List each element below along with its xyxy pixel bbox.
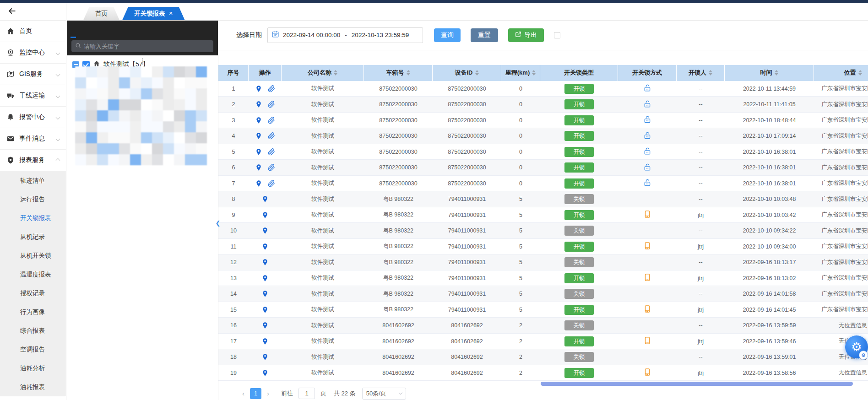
sort-icon[interactable] xyxy=(532,70,536,76)
locate-pin-icon[interactable] xyxy=(261,306,269,314)
attachment-icon[interactable] xyxy=(268,180,275,187)
locate-pin-icon[interactable] xyxy=(261,211,269,219)
sidebar-item[interactable]: 首页 xyxy=(0,21,66,42)
sort-icon[interactable] xyxy=(407,70,410,76)
date-range-input[interactable]: 2022-09-14 00:00:00 - 2022-10-13 23:59:5… xyxy=(267,27,423,43)
cell-unlock-person: -- xyxy=(677,223,725,238)
sort-icon[interactable] xyxy=(775,70,778,76)
sidebar-item[interactable]: 事件消息 xyxy=(0,128,66,150)
cell-company: 软件测试 xyxy=(282,349,364,365)
cell-operations xyxy=(249,160,282,175)
locate-pin-icon[interactable] xyxy=(261,243,269,250)
cell-seq: 1 xyxy=(218,81,249,97)
column-header[interactable]: 位置 xyxy=(814,65,868,81)
cell-device: 794011000931 xyxy=(433,207,501,223)
scrollbar-thumb[interactable] xyxy=(541,382,853,386)
locate-pin-icon[interactable] xyxy=(255,132,262,140)
submenu-item[interactable]: 油耗分析 xyxy=(0,359,66,378)
locate-pin-icon[interactable] xyxy=(255,101,262,108)
settings-mini-gear-button[interactable]: ⚙ xyxy=(859,351,868,360)
submenu-item[interactable]: 轨迹清单 xyxy=(0,171,66,190)
next-page-button[interactable]: › xyxy=(266,389,270,397)
sidebar-item[interactable]: 监控中心 xyxy=(0,42,66,64)
column-header[interactable]: 序号 xyxy=(218,65,249,81)
sort-icon[interactable] xyxy=(858,70,862,76)
chevron-icon xyxy=(56,136,60,141)
locate-pin-icon[interactable] xyxy=(261,353,269,361)
filter-checkbox[interactable] xyxy=(554,32,560,38)
sidebar-item[interactable]: 报警中心 xyxy=(0,107,66,128)
cell-company: 软件测试 xyxy=(282,81,364,97)
attachment-icon[interactable] xyxy=(268,101,275,108)
locate-pin-icon[interactable] xyxy=(261,369,269,377)
cell-vehicle: 粤B 980322 xyxy=(364,286,433,302)
locate-pin-icon[interactable] xyxy=(261,322,269,329)
tree-search-input[interactable] xyxy=(84,43,210,50)
cell-time: 2022-09-16 13:59:01 xyxy=(725,349,814,365)
locate-pin-icon[interactable] xyxy=(255,85,262,92)
column-header[interactable]: 操作 xyxy=(249,65,282,81)
locate-pin-icon[interactable] xyxy=(261,195,269,203)
attachment-icon[interactable] xyxy=(268,148,275,156)
cell-seq: 3 xyxy=(218,113,249,128)
column-header[interactable]: 时间 xyxy=(725,65,814,81)
sort-icon[interactable] xyxy=(475,70,479,76)
page-tab[interactable]: 开关锁报表 ✕ xyxy=(122,7,185,20)
column-header[interactable]: 车箱号 xyxy=(364,65,433,81)
query-button[interactable]: 查询 xyxy=(434,28,461,42)
submenu-item[interactable]: 油耗报表 xyxy=(0,378,66,396)
locate-pin-icon[interactable] xyxy=(261,275,269,282)
locate-pin-icon[interactable] xyxy=(261,227,269,234)
sidebar-item[interactable]: GIS服务 xyxy=(0,64,66,85)
column-header[interactable]: 开关锁类型 xyxy=(540,65,618,81)
prev-page-button[interactable]: ‹ xyxy=(241,389,245,397)
locate-pin-icon[interactable] xyxy=(255,117,262,124)
page-tabbar: 首页 开关锁报表 ✕ xyxy=(67,3,868,21)
submenu-item[interactable]: 运行报告 xyxy=(0,190,66,209)
truck-icon xyxy=(6,92,15,100)
sort-icon[interactable] xyxy=(334,70,337,76)
attachment-icon[interactable] xyxy=(268,85,275,92)
submenu-item[interactable]: 综合报表 xyxy=(0,321,66,340)
column-header[interactable]: 设备ID xyxy=(433,65,501,81)
sidebar-item[interactable]: 干线运输 xyxy=(0,85,66,107)
submenu-item[interactable]: 开关锁报表 xyxy=(0,209,66,227)
cell-time: 2022-10-10 18:48:44 xyxy=(725,113,814,128)
locate-pin-icon[interactable] xyxy=(261,259,269,266)
locate-pin-icon[interactable] xyxy=(255,164,262,171)
attachment-icon[interactable] xyxy=(268,132,275,140)
attachment-icon[interactable] xyxy=(268,164,275,171)
page-size-select[interactable]: 50条/页 xyxy=(362,388,406,400)
tab-close-icon[interactable]: ✕ xyxy=(169,7,173,20)
table-row: 3 软件测试 875022000030 875022000030 0 开锁 xyxy=(218,113,868,129)
cell-time: 2022-10-10 17:09:14 xyxy=(725,128,814,144)
submenu-item[interactable]: 行为画像 xyxy=(0,303,66,321)
attachment-icon[interactable] xyxy=(268,117,275,124)
cell-location: 广东省深圳市宝安区建兴 xyxy=(814,113,868,128)
export-button[interactable]: 导出 xyxy=(508,28,544,42)
table-header: 序号 操作 公司名称 车箱号 设备ID 里程(km) xyxy=(218,65,868,81)
back-button[interactable] xyxy=(0,3,66,21)
submenu-item[interactable]: 空调报告 xyxy=(0,340,66,359)
sort-icon[interactable] xyxy=(709,70,712,76)
submenu-item[interactable]: 温湿度报表 xyxy=(0,265,66,284)
column-header[interactable]: 里程(km) xyxy=(501,65,540,81)
submenu-item[interactable]: 从机开关锁 xyxy=(0,246,66,265)
locate-pin-icon[interactable] xyxy=(255,180,262,187)
column-header[interactable]: 开关锁方式 xyxy=(618,65,677,81)
column-header[interactable]: 开锁人 xyxy=(677,65,725,81)
page-tab[interactable]: 首页 xyxy=(83,7,119,20)
reset-button[interactable]: 重置 xyxy=(471,28,498,42)
column-header[interactable]: 公司名称 xyxy=(282,65,364,81)
submenu-item[interactable]: 授权记录 xyxy=(0,284,66,303)
goto-page-input[interactable] xyxy=(298,388,315,399)
cell-unlock-person: -- xyxy=(677,176,725,191)
locate-pin-icon[interactable] xyxy=(255,148,262,156)
submenu-item[interactable]: 从机记录 xyxy=(0,227,66,246)
panel-collapse-handle[interactable]: ❮ xyxy=(214,214,222,232)
current-page-button[interactable]: 1 xyxy=(250,388,261,399)
remote-unlock-icon xyxy=(643,131,651,141)
sidebar-item[interactable]: 报表服务 xyxy=(0,150,66,171)
locate-pin-icon[interactable] xyxy=(261,290,269,297)
locate-pin-icon[interactable] xyxy=(261,338,269,345)
